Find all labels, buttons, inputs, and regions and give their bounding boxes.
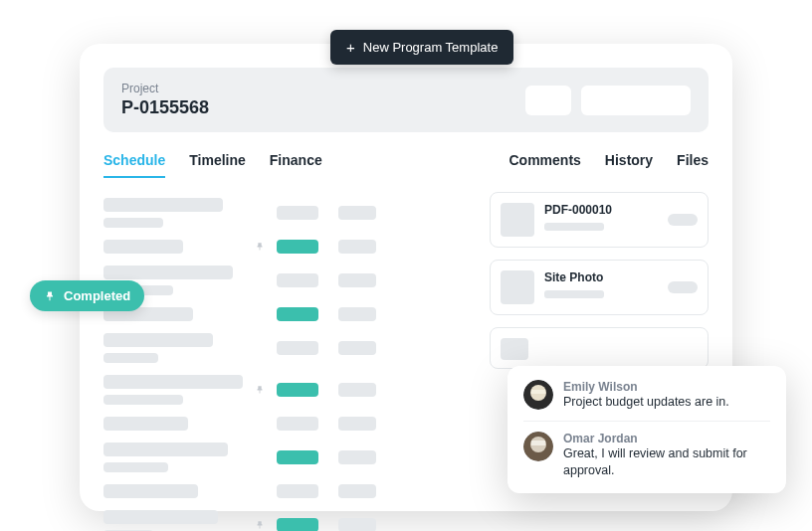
plus-icon: + [346, 40, 355, 55]
text-placeholder [103, 442, 228, 456]
file-subtitle [544, 290, 604, 298]
end-col [338, 273, 378, 287]
status-col [277, 383, 328, 397]
schedule-text-col [103, 240, 243, 254]
pin-icon[interactable] [253, 519, 267, 531]
comment-text: Project budget updates are in. [563, 394, 770, 411]
status-pill [277, 240, 318, 254]
status-pill [277, 518, 318, 531]
pin-icon[interactable] [253, 384, 267, 396]
tab-finance[interactable]: Finance [270, 152, 322, 178]
comment: Omar Jordan Great, I will review and sub… [523, 432, 770, 479]
schedule-text-col [103, 198, 243, 228]
file-thumbnail [501, 338, 528, 360]
schedule-row[interactable] [103, 198, 470, 228]
file-card[interactable]: PDF-000010 [490, 192, 709, 248]
schedule-row[interactable] [103, 333, 470, 363]
text-placeholder [103, 375, 243, 389]
comment-text: Great, I will review and submit for appr… [563, 445, 770, 479]
schedule-row[interactable] [103, 266, 470, 295]
text-placeholder [103, 395, 183, 405]
text-placeholder [103, 510, 218, 524]
file-info: PDF-000010 [544, 203, 658, 231]
value-placeholder [338, 518, 376, 531]
tab-comments[interactable]: Comments [509, 152, 581, 178]
text-placeholder [103, 484, 198, 498]
text-placeholder [103, 333, 213, 347]
project-header: Project P-0155568 [103, 68, 709, 132]
value-placeholder [338, 417, 376, 431]
comment: Emily Wilson Project budget updates are … [523, 380, 770, 411]
new-program-template-button[interactable]: + New Program Template [330, 30, 513, 65]
status-pill [277, 417, 318, 431]
schedule-text-col [103, 442, 243, 472]
end-col [338, 518, 378, 531]
value-placeholder [338, 307, 376, 321]
schedule-list [103, 192, 470, 531]
completed-badge[interactable]: Completed [30, 280, 144, 311]
schedule-row[interactable] [103, 240, 470, 254]
file-subtitle [544, 223, 604, 231]
tab-timeline[interactable]: Timeline [189, 152, 246, 178]
file-card-placeholder[interactable] [490, 327, 709, 369]
file-info: Site Photo [544, 270, 658, 298]
status-pill [277, 450, 318, 464]
file-card[interactable]: Site Photo [490, 260, 709, 315]
completed-label: Completed [64, 288, 130, 303]
tabs-left: Schedule Timeline Finance [103, 152, 322, 178]
value-placeholder [338, 450, 376, 464]
status-pill [277, 273, 318, 287]
pin-icon[interactable] [253, 241, 267, 253]
value-placeholder [338, 383, 376, 397]
schedule-text-col [103, 417, 243, 431]
svg-rect-2 [531, 390, 545, 394]
status-pill [277, 484, 318, 498]
header-button-1[interactable] [525, 86, 571, 115]
value-placeholder [338, 484, 376, 498]
status-pill [277, 341, 318, 355]
end-col [338, 307, 378, 321]
value-placeholder [338, 206, 376, 220]
text-placeholder [103, 266, 233, 279]
project-id: P-0155568 [121, 97, 209, 118]
schedule-text-col [103, 484, 243, 498]
file-badge [668, 214, 698, 226]
project-label: Project [121, 82, 209, 95]
status-pill [277, 206, 318, 220]
status-col [277, 518, 328, 531]
schedule-row[interactable] [103, 484, 470, 498]
text-placeholder [103, 462, 168, 472]
header-button-2[interactable] [581, 86, 691, 115]
schedule-row[interactable] [103, 510, 470, 531]
status-col [277, 417, 328, 431]
comment-body: Omar Jordan Great, I will review and sub… [563, 432, 770, 479]
schedule-row[interactable] [103, 417, 470, 431]
tab-files[interactable]: Files [677, 152, 709, 178]
schedule-row[interactable] [103, 307, 470, 321]
comment-author: Emily Wilson [563, 380, 770, 394]
tab-history[interactable]: History [605, 152, 653, 178]
pin-icon [44, 290, 56, 302]
status-col [277, 273, 328, 287]
end-col [338, 383, 378, 397]
status-pill [277, 307, 318, 321]
text-placeholder [103, 353, 158, 363]
status-col [277, 240, 328, 254]
file-thumbnail [501, 270, 534, 304]
status-col [277, 206, 328, 220]
header-buttons [525, 86, 691, 115]
file-title: PDF-000010 [544, 203, 658, 217]
status-pill [277, 383, 318, 397]
tabs-row: Schedule Timeline Finance Comments Histo… [103, 152, 709, 178]
end-col [338, 240, 378, 254]
tab-schedule[interactable]: Schedule [103, 152, 165, 178]
divider [523, 421, 770, 422]
file-title: Site Photo [544, 270, 658, 284]
status-col [277, 450, 328, 464]
schedule-row[interactable] [103, 442, 470, 472]
schedule-row[interactable] [103, 375, 470, 405]
avatar [523, 432, 553, 461]
text-placeholder [103, 198, 223, 212]
schedule-text-col [103, 333, 243, 363]
comments-card: Emily Wilson Project budget updates are … [508, 366, 786, 493]
